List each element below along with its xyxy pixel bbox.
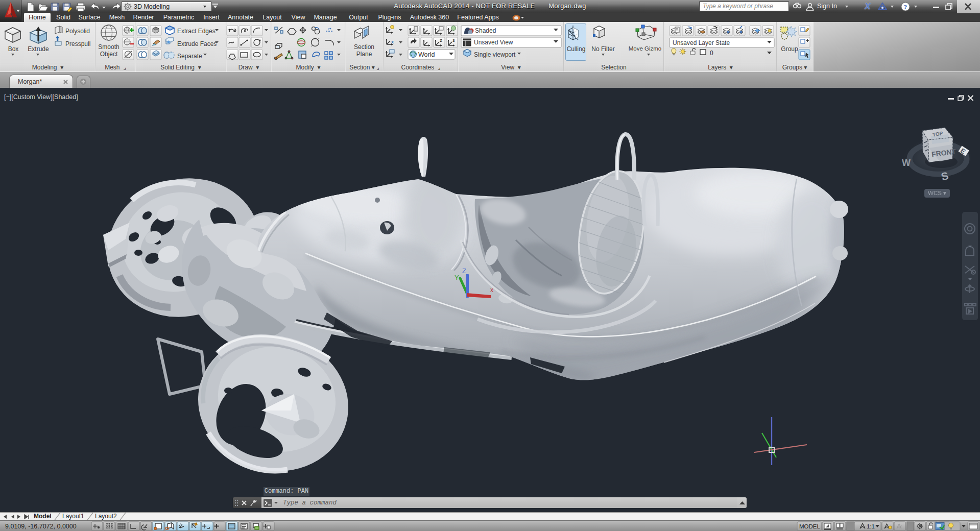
svg-text:Z: Z [440,38,442,43]
svg-text:W: W [902,158,911,168]
svg-text:x: x [391,39,394,44]
svg-text:x: x [490,286,493,294]
svg-text:3: 3 [452,38,455,43]
svg-text:?: ? [904,3,907,11]
svg-text:World: World [418,51,435,58]
svg-text:MODEL: MODEL [799,523,821,529]
svg-text:Y: Y [455,274,459,281]
svg-text:0: 0 [710,50,713,57]
svg-text:Z: Z [462,267,466,275]
svg-text:1:1: 1:1 [867,523,875,529]
